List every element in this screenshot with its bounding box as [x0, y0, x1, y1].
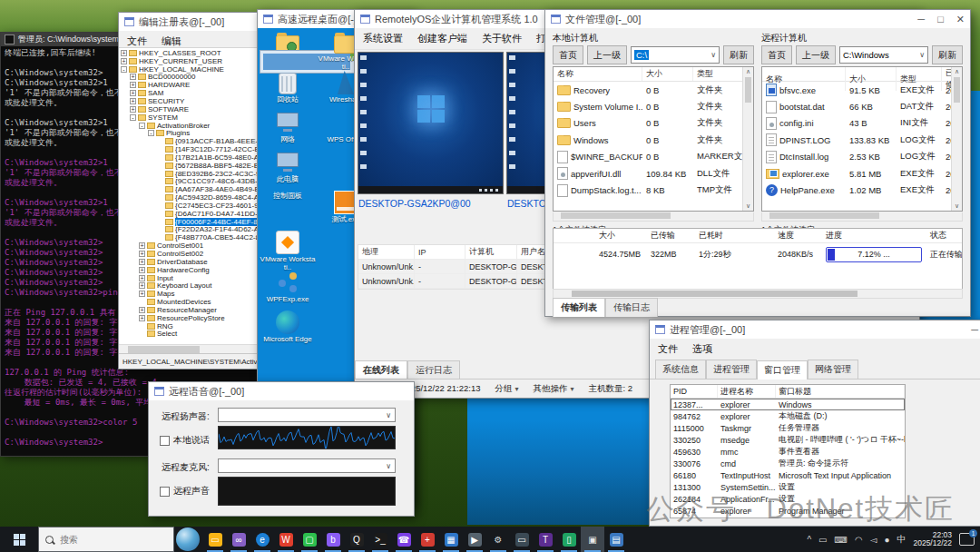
window-row[interactable]: 12387... explorer Windows — [671, 399, 905, 410]
registry-tree-node[interactable]: - SYSTEM — [119, 113, 279, 122]
registry-tree-node[interactable]: {5672B88A-BBF5-482E-B7B9-742... — [119, 162, 279, 170]
tab-network-mgmt[interactable]: 网络管理 — [808, 360, 858, 379]
close-button[interactable]: ✕ — [956, 14, 965, 25]
col-state[interactable]: 状态 — [926, 230, 962, 242]
registry-titlebar[interactable]: 编辑注册表@[-_00] — [119, 13, 279, 31]
registry-tree-node[interactable]: {F22D2A32-F1F4-4D62-AF5E-E5... — [119, 226, 279, 234]
minimize-button[interactable]: ─ — [971, 324, 978, 335]
remote-monitor-icon[interactable]: ▭ — [510, 527, 534, 552]
col-process-name[interactable]: 进程名称 — [718, 385, 776, 398]
col-name[interactable]: 名称 — [554, 67, 642, 81]
registry-tree-node[interactable]: + HARDWARE — [119, 81, 279, 89]
registry-tree-node[interactable]: MountedDevices — [119, 298, 279, 306]
tree-toggle-icon[interactable]: + — [130, 106, 136, 113]
stocks-app-icon[interactable]: ▦ — [439, 527, 463, 552]
tree-toggle-icon[interactable]: + — [139, 267, 145, 273]
cmd-icon[interactable]: >_ — [368, 527, 392, 552]
registry-tree-node[interactable]: + HKEY_CLASSES_ROOT — [119, 49, 279, 57]
registry-tree-node[interactable]: {F00006F2-44BC-44EF-808B-B26... — [119, 218, 279, 226]
local-path-combobox[interactable]: C:\∨ — [631, 46, 720, 64]
col-size[interactable]: 大小 — [595, 230, 647, 242]
registry-tree-node[interactable]: + Keyboard Layout — [119, 281, 279, 290]
file-row[interactable]: DtcInstall.log 2.53 KB LOG文件 2025 — [762, 149, 962, 165]
tree-toggle-icon[interactable]: - — [121, 66, 127, 73]
col-sent[interactable]: 已传输 — [647, 230, 695, 242]
window-row[interactable]: 330076 cmd 管理员: 命令提示符 — [671, 458, 905, 469]
registry-tree-node[interactable]: + Input — [119, 274, 279, 282]
home-button[interactable]: 首页 — [761, 45, 792, 64]
host-thumbnail-1[interactable] — [358, 52, 504, 194]
scrollbar-thumb[interactable] — [128, 346, 200, 353]
tree-toggle-icon[interactable]: + — [139, 275, 145, 281]
tree-toggle-icon[interactable]: + — [139, 291, 145, 297]
phone-app-icon[interactable]: ☎ — [392, 527, 416, 552]
tab-transfer-list[interactable]: 传输列表 — [553, 298, 605, 317]
registry-tree-node[interactable]: {D6AC71F0-D4A7-41DD-88C4-B... — [119, 210, 279, 218]
registry-tree-node[interactable]: - ActivationBroker — [119, 122, 279, 130]
settings-gear-icon[interactable]: ⚙ — [486, 527, 510, 552]
speaker-combobox[interactable]: ∨ — [218, 408, 396, 422]
tree-toggle-icon[interactable]: + — [139, 251, 145, 257]
registry-tree-node[interactable]: + DriverDatabase — [119, 258, 279, 266]
window-switcher-icon[interactable]: ▣ — [581, 527, 604, 552]
minimize-button[interactable]: ─ — [917, 14, 925, 25]
registry-tree[interactable]: + HKEY_CLASSES_ROOT + HKEY_CURRENT_USER … — [119, 47, 279, 345]
registry-tree-node[interactable]: {F48B770A-CBE5-44C2-8D4F-93... — [119, 233, 279, 242]
tree-toggle-icon[interactable]: - — [139, 123, 145, 129]
col-geo[interactable]: 地理 — [358, 245, 415, 259]
search-input[interactable] — [58, 534, 152, 546]
files-titlebar[interactable]: 文件管理@[-_00] ─ □ ✕ — [545, 10, 970, 28]
group-dropdown[interactable]: 分组▾ — [495, 383, 518, 395]
window-row[interactable]: 330250 msedge 电视剧 - 哔哩哔哩 ( '- ')つロ 干杯~-b… — [671, 434, 905, 446]
file-row[interactable]: HelpPane.exe 1.02 MB EXE文件 2025 — [762, 182, 962, 198]
file-row[interactable]: $WINRE_BACKUP... 0 B MARKER文件 — [554, 149, 753, 165]
tray-chevron-icon[interactable]: ^ — [807, 535, 811, 545]
tree-toggle-icon[interactable]: + — [130, 74, 136, 80]
input-method-indicator[interactable]: 中 — [897, 533, 906, 546]
registry-tree-node[interactable]: + BCD00000000 — [119, 74, 279, 82]
tray-network-icon[interactable]: ◠ — [855, 535, 863, 545]
security-app-icon[interactable]: + — [416, 527, 439, 552]
remote-desktop-icon[interactable]: WPFExp.exe — [260, 268, 316, 308]
remote-desktop-icon[interactable]: 回收站 — [260, 68, 316, 108]
tree-toggle-icon[interactable]: + — [121, 58, 127, 64]
registry-tree-node[interactable]: + ResourceManager — [119, 306, 279, 314]
tree-toggle-icon[interactable]: + — [130, 98, 136, 104]
green-notebook-icon[interactable]: ▯ — [557, 527, 581, 552]
registry-tree-node[interactable]: + Maps — [119, 290, 279, 298]
menu-file[interactable]: 文件 — [127, 34, 147, 48]
transfer-row[interactable]: 4524.75MB 322MB 1分:29秒 2048KB/s 7.12% ..… — [554, 243, 962, 265]
tab-process-mgmt[interactable]: 进程管理 — [706, 360, 757, 379]
maximize-button[interactable]: □ — [937, 14, 944, 25]
tree-toggle-icon[interactable]: + — [139, 259, 145, 265]
remote-sound-checkbox[interactable]: 远程声音 — [160, 485, 210, 498]
file-row[interactable]: Users 0 B 文件夹 — [554, 115, 753, 132]
file-row[interactable]: bfsvc.exe 91.5 KB EXE文件 2025 — [762, 82, 962, 98]
edge-icon[interactable]: e — [250, 527, 274, 552]
mic-combobox[interactable]: ∨ — [218, 458, 396, 473]
local-vscrollbar[interactable]: ∧∨ — [742, 67, 753, 211]
tray-keyboard-icon[interactable]: ⌨ — [835, 535, 848, 545]
bilibili-icon[interactable]: b — [321, 527, 345, 552]
menu-create-client[interactable]: 创建客户端 — [417, 32, 467, 45]
menu-file[interactable]: 文件 — [658, 342, 678, 356]
registry-tree-node[interactable]: + SOFTWARE — [119, 105, 279, 113]
taskbar-search[interactable] — [38, 527, 174, 552]
file-row[interactable]: Recovery 0 B 文件夹 — [554, 82, 753, 98]
remote-desktop-icon[interactable]: 此电脑 — [260, 148, 316, 188]
tree-toggle-icon[interactable]: + — [139, 242, 145, 249]
tray-display-icon[interactable]: ▭ — [818, 535, 827, 545]
qq-icon[interactable]: Q — [345, 527, 368, 552]
col-speed[interactable]: 速度 — [774, 230, 822, 242]
registry-tree-node[interactable]: {17B21A1B-6C59-48E0-A448-6B6... — [119, 153, 279, 162]
col-computer[interactable]: 计算机 — [466, 245, 517, 259]
tree-toggle-icon[interactable]: - — [148, 130, 154, 136]
file-explorer-icon[interactable]: ▭ — [203, 527, 227, 552]
registry-tree-node[interactable]: + SECURITY — [119, 97, 279, 105]
purple-tool-icon[interactable]: T — [534, 527, 557, 552]
voice-titlebar[interactable]: 远程语音@[-_00] — [149, 382, 414, 400]
tree-toggle-icon[interactable]: + — [130, 90, 136, 96]
visual-studio-icon[interactable]: ∞ — [227, 527, 250, 552]
file-row[interactable]: appverifUI.dll 109.84 KB DLL文件 — [554, 165, 753, 182]
registry-tree-node[interactable]: {8ED392B6-23C2-4C3C-9126-D1... — [119, 170, 279, 178]
